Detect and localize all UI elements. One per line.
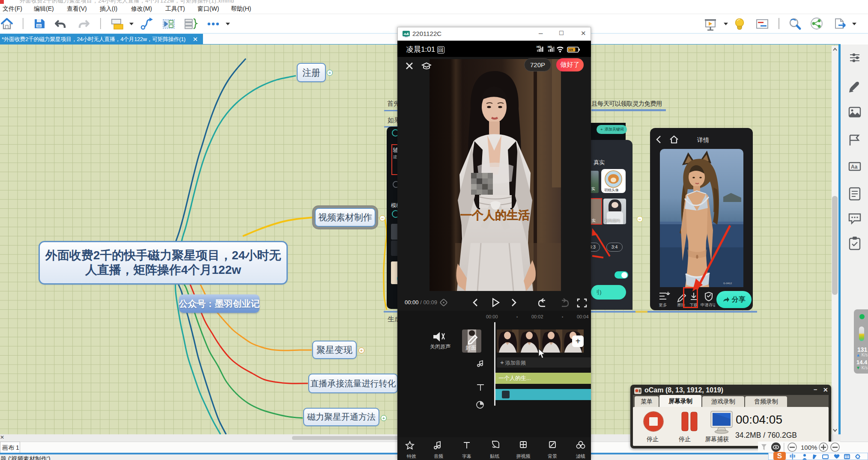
svg-text:100%: 100%: [801, 444, 817, 451]
svg-text:特效: 特效: [406, 454, 416, 459]
svg-text:申请存证: 申请存证: [701, 303, 715, 307]
svg-text:贴纸: 贴纸: [490, 454, 499, 459]
svg-text:Aa: Aa: [851, 164, 858, 170]
svg-text:一个人的生活: 一个人的生活: [460, 209, 530, 222]
svg-text:更多: 更多: [659, 303, 667, 307]
svg-text:详情: 详情: [697, 137, 709, 143]
svg-text:滤镜: 滤镜: [576, 454, 585, 459]
svg-text:音频: 音频: [434, 454, 443, 459]
svg-text:HD: HD: [537, 45, 541, 48]
svg-text:字幕: 字幕: [462, 454, 471, 459]
svg-text:背景: 背景: [548, 454, 557, 459]
svg-text:65: 65: [569, 48, 573, 52]
svg-text:中: 中: [790, 453, 796, 460]
svg-text:HD: HD: [548, 45, 552, 48]
svg-text:拼视频: 拼视频: [516, 454, 531, 459]
